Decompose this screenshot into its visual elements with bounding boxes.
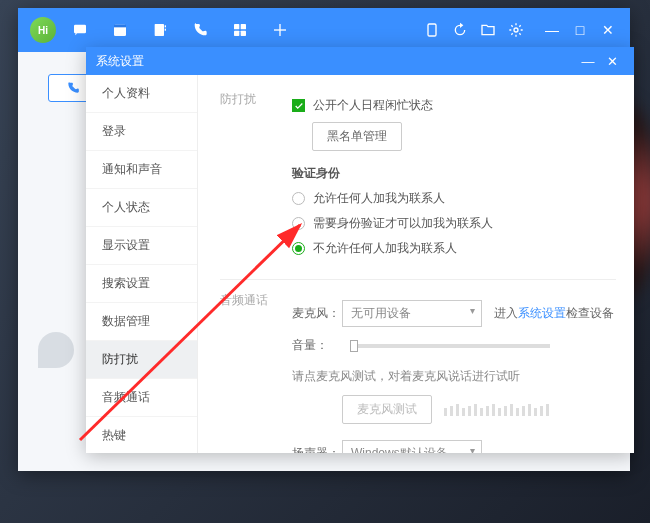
divider	[220, 279, 616, 280]
svg-rect-2	[114, 25, 126, 28]
modal-minimize-button[interactable]: —	[576, 54, 600, 69]
svg-rect-0	[74, 25, 86, 34]
avatar[interactable]: Hi	[30, 17, 56, 43]
volume-slider[interactable]	[350, 344, 550, 348]
svg-rect-4	[165, 25, 166, 27]
settings-icon[interactable]	[502, 14, 530, 46]
svg-rect-5	[165, 29, 166, 31]
radio-icon[interactable]	[292, 192, 305, 205]
mic-test-button[interactable]: 麦克风测试	[342, 395, 432, 424]
folder-icon[interactable]	[474, 14, 502, 46]
radio-selected-icon[interactable]	[292, 242, 305, 255]
device-icon[interactable]	[418, 14, 446, 46]
sidebar-item-2[interactable]: 通知和声音	[86, 151, 197, 189]
svg-rect-10	[428, 24, 436, 36]
volume-label: 音量：	[292, 337, 342, 354]
svg-rect-3	[155, 24, 164, 36]
settings-content: 防打扰 公开个人日程闲忙状态 黑名单管理 验证身份 允许任何人加我为联系人	[198, 75, 634, 453]
svg-point-11	[514, 28, 518, 32]
close-button[interactable]: ✕	[594, 16, 622, 44]
modal-title: 系统设置	[96, 53, 144, 70]
radio-allow-all[interactable]: 允许任何人加我为联系人	[292, 190, 616, 207]
minimize-button[interactable]: —	[538, 16, 566, 44]
public-busy-label: 公开个人日程闲忙状态	[313, 97, 433, 114]
sidebar-item-5[interactable]: 搜索设置	[86, 265, 197, 303]
speaker-select[interactable]: Windows默认设备	[342, 440, 482, 453]
placeholder-icon	[38, 332, 74, 368]
system-settings-link[interactable]: 系统设置	[518, 306, 566, 320]
contacts-icon[interactable]	[144, 14, 176, 46]
refresh-icon[interactable]	[446, 14, 474, 46]
section-label-dnd: 防打扰	[220, 89, 292, 265]
radio-need-verify[interactable]: 需要身份验证才可以加我为联系人	[292, 215, 616, 232]
svg-rect-9	[241, 31, 246, 36]
svg-rect-6	[234, 24, 239, 29]
modal-close-button[interactable]: ✕	[600, 54, 624, 69]
speaker-label: 扬声器：	[292, 445, 342, 453]
phone-icon[interactable]	[184, 14, 216, 46]
sidebar-item-3[interactable]: 个人状态	[86, 189, 197, 227]
section-label-audio: 音频通话	[220, 290, 292, 453]
titlebar: Hi — □ ✕	[18, 8, 630, 52]
settings-sidebar: 个人资料登录通知和声音个人状态显示设置搜索设置数据管理防打扰音频通话热键安全自动…	[86, 75, 198, 453]
sidebar-item-1[interactable]: 登录	[86, 113, 197, 151]
verify-identity-label: 验证身份	[292, 165, 616, 182]
chat-icon[interactable]	[64, 14, 96, 46]
maximize-button[interactable]: □	[566, 16, 594, 44]
mic-level-meter	[444, 404, 549, 416]
sidebar-item-7[interactable]: 防打扰	[86, 341, 197, 379]
mic-label: 麦克风：	[292, 305, 342, 322]
apps-icon[interactable]	[224, 14, 256, 46]
plus-icon[interactable]	[264, 14, 296, 46]
mic-test-hint: 请点麦克风测试，对着麦克风说话进行试听	[292, 368, 616, 385]
blacklist-button[interactable]: 黑名单管理	[312, 122, 402, 151]
sidebar-item-9[interactable]: 热键	[86, 417, 197, 453]
sidebar-item-6[interactable]: 数据管理	[86, 303, 197, 341]
checkbox-checked-icon[interactable]	[292, 99, 305, 112]
settings-modal: 系统设置 — ✕ 个人资料登录通知和声音个人状态显示设置搜索设置数据管理防打扰音…	[86, 47, 634, 453]
radio-icon[interactable]	[292, 217, 305, 230]
sidebar-item-4[interactable]: 显示设置	[86, 227, 197, 265]
svg-rect-7	[241, 24, 246, 29]
sidebar-item-8[interactable]: 音频通话	[86, 379, 197, 417]
modal-titlebar: 系统设置 — ✕	[86, 47, 634, 75]
calendar-icon[interactable]	[104, 14, 136, 46]
sidebar-item-0[interactable]: 个人资料	[86, 75, 197, 113]
mic-select[interactable]: 无可用设备	[342, 300, 482, 327]
radio-deny-all[interactable]: 不允许任何人加我为联系人	[292, 240, 616, 257]
public-busy-row[interactable]: 公开个人日程闲忙状态	[292, 97, 616, 114]
svg-rect-8	[234, 31, 239, 36]
